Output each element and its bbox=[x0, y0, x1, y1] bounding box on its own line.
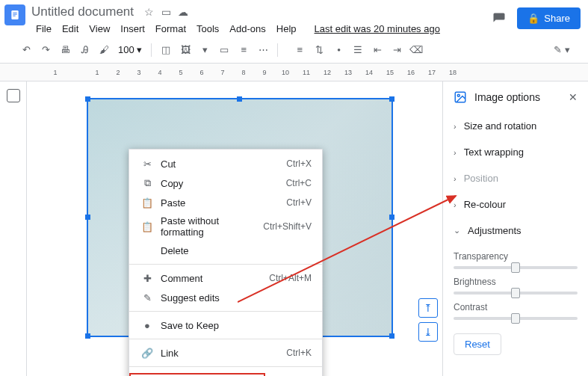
suggest-icon: ✎ bbox=[140, 292, 155, 303]
share-button[interactable]: 🔒 Share bbox=[517, 7, 581, 29]
cloud-icon[interactable]: ☁ bbox=[178, 6, 188, 18]
ctx-paste-no-fmt[interactable]: 📋Paste without formattingCtrl+Shift+V bbox=[129, 212, 322, 241]
save-keep-icon: ● bbox=[140, 320, 155, 331]
section-label: Adjustments bbox=[468, 225, 522, 236]
ctx-shortcut: Ctrl+Shift+V bbox=[263, 221, 312, 232]
docs-logo[interactable] bbox=[4, 4, 25, 25]
ctx-label: Delete bbox=[161, 245, 312, 256]
resize-handle[interactable] bbox=[85, 333, 90, 339]
ctx-paste[interactable]: 📋PasteCtrl+V bbox=[129, 193, 322, 212]
chevron-right-icon: › bbox=[454, 122, 457, 131]
transparency-slider[interactable] bbox=[454, 266, 578, 269]
brightness-slider[interactable] bbox=[454, 292, 578, 295]
outline-rail bbox=[0, 81, 27, 376]
crop-button[interactable]: ◫ bbox=[158, 42, 174, 58]
replace-image-toolbar-button[interactable]: ▾ bbox=[196, 42, 213, 58]
resize-handle[interactable] bbox=[85, 96, 90, 102]
contrast-slider[interactable] bbox=[454, 317, 578, 320]
ctx-shortcut: Ctrl+Alt+M bbox=[269, 273, 312, 283]
transparency-label: Transparency bbox=[454, 251, 578, 262]
toolbar: ↶ ↷ 🖶 Ꭿ 🖌 100 ▾ ◫ 🖼 ▾ ▭ ≡ ⋯ ≡ ⇅ ⦁ ☰ ⇤ ⇥ … bbox=[0, 37, 588, 64]
menu-view[interactable]: View bbox=[84, 21, 114, 37]
chevron-right-icon: › bbox=[454, 200, 457, 209]
ctx-shortcut: Ctrl+K bbox=[286, 348, 312, 358]
sidebar-section-position: ›Position bbox=[443, 165, 588, 191]
chevron-right-icon: › bbox=[454, 148, 457, 157]
ctx-label: Save to Keep bbox=[161, 320, 312, 331]
indent-decrease-button[interactable]: ⇤ bbox=[369, 42, 386, 58]
sidebar-section-size-rotation[interactable]: ›Size and rotation bbox=[443, 113, 588, 139]
print-button[interactable]: 🖶 bbox=[57, 42, 73, 58]
margin-top-button[interactable]: ⤒ bbox=[418, 298, 438, 318]
resize-handle[interactable] bbox=[85, 215, 90, 220]
section-label: Position bbox=[464, 173, 498, 184]
menu-tools[interactable]: Tools bbox=[192, 21, 223, 37]
star-icon[interactable]: ☆ bbox=[144, 6, 154, 18]
menu-insert[interactable]: Insert bbox=[116, 21, 149, 37]
sidebar-section-adjustments[interactable]: ⌄Adjustments bbox=[443, 218, 588, 244]
svg-rect-0 bbox=[11, 10, 18, 19]
ctx-label: Cut bbox=[161, 158, 286, 170]
canvas[interactable]: ⤒ ⤓ ✂CutCtrl+X⧉CopyCtrl+C📋PasteCtrl+V📋Pa… bbox=[27, 81, 442, 376]
border-weight-button[interactable]: ≡ bbox=[235, 42, 252, 58]
sidebar-title: Image options bbox=[474, 91, 561, 103]
resize-handle[interactable] bbox=[389, 96, 394, 102]
undo-button[interactable]: ↶ bbox=[18, 42, 34, 58]
paint-format-button[interactable]: 🖌 bbox=[96, 42, 112, 58]
section-label: Size and rotation bbox=[464, 120, 537, 132]
line-spacing-button[interactable]: ⇅ bbox=[311, 42, 327, 58]
ctx-comment[interactable]: ✚CommentCtrl+Alt+M bbox=[129, 268, 322, 288]
resize-handle[interactable] bbox=[237, 96, 242, 102]
slider-thumb[interactable] bbox=[511, 313, 520, 324]
move-icon[interactable]: ▭ bbox=[161, 6, 171, 18]
slider-thumb[interactable] bbox=[511, 262, 520, 273]
menu-help[interactable]: Help bbox=[272, 21, 301, 37]
svg-rect-1 bbox=[13, 13, 16, 13]
ctx-shortcut: Ctrl+X bbox=[286, 158, 312, 169]
image-options-icon bbox=[454, 90, 467, 104]
align-button[interactable]: ≡ bbox=[291, 42, 308, 58]
svg-rect-3 bbox=[13, 16, 15, 16]
clear-format-button[interactable]: ⌫ bbox=[408, 42, 424, 58]
menu-file[interactable]: File bbox=[31, 21, 56, 37]
reset-adjustments-button[interactable]: Reset bbox=[454, 333, 501, 355]
menu-addons[interactable]: Add-ons bbox=[225, 21, 270, 37]
comment-icon: ✚ bbox=[140, 273, 155, 284]
zoom-select[interactable]: 100 ▾ bbox=[115, 44, 145, 55]
ctx-save-keep[interactable]: ●Save to Keep bbox=[129, 315, 322, 335]
section-label: Re-colour bbox=[464, 199, 506, 210]
chevron-right-icon: › bbox=[454, 174, 457, 183]
indent-increase-button[interactable]: ⇥ bbox=[389, 42, 405, 58]
redo-button[interactable]: ↷ bbox=[37, 42, 54, 58]
spellcheck-button[interactable]: Ꭿ bbox=[76, 42, 93, 58]
close-sidebar-button[interactable]: ✕ bbox=[569, 91, 578, 103]
border-color-button[interactable]: ▭ bbox=[216, 42, 232, 58]
context-menu: ✂CutCtrl+X⧉CopyCtrl+C📋PasteCtrl+V📋Paste … bbox=[129, 149, 323, 376]
ctx-copy[interactable]: ⧉CopyCtrl+C bbox=[129, 173, 322, 193]
ctx-crop[interactable]: ✂Crop image bbox=[129, 371, 322, 376]
slider-thumb[interactable] bbox=[511, 288, 520, 298]
ctx-delete[interactable]: Delete bbox=[129, 241, 322, 260]
border-dash-button[interactable]: ⋯ bbox=[255, 42, 271, 58]
margin-bottom-button[interactable]: ⤓ bbox=[418, 322, 438, 342]
ruler[interactable]: 1123456789101112131415161718 bbox=[0, 64, 588, 81]
ctx-suggest[interactable]: ✎Suggest edits bbox=[129, 288, 322, 307]
resize-handle[interactable] bbox=[389, 333, 394, 339]
list-numbered-button[interactable]: ⦁ bbox=[330, 42, 347, 58]
resize-handle[interactable] bbox=[389, 215, 394, 220]
open-comments-button[interactable] bbox=[490, 10, 508, 28]
editing-mode-button[interactable]: ✎ ▾ bbox=[554, 42, 570, 58]
sidebar-section-text-wrapping[interactable]: ›Text wrapping bbox=[443, 139, 588, 165]
last-edit[interactable]: Last edit was 20 minutes ago bbox=[310, 21, 445, 37]
list-bulleted-button[interactable]: ☰ bbox=[350, 42, 366, 58]
doc-title[interactable]: Untitled document bbox=[31, 4, 134, 19]
menu-edit[interactable]: Edit bbox=[58, 21, 83, 37]
menu-format[interactable]: Format bbox=[151, 21, 191, 37]
ctx-cut[interactable]: ✂CutCtrl+X bbox=[129, 154, 322, 173]
outline-icon[interactable] bbox=[7, 89, 20, 102]
share-label: Share bbox=[544, 13, 570, 24]
sidebar-section-recolour[interactable]: ›Re-colour bbox=[443, 191, 588, 218]
image-options-toolbar-button[interactable]: 🖼 bbox=[177, 42, 194, 58]
ctx-link[interactable]: 🔗LinkCtrl+K bbox=[129, 343, 322, 363]
ctx-label: Copy bbox=[161, 178, 286, 189]
